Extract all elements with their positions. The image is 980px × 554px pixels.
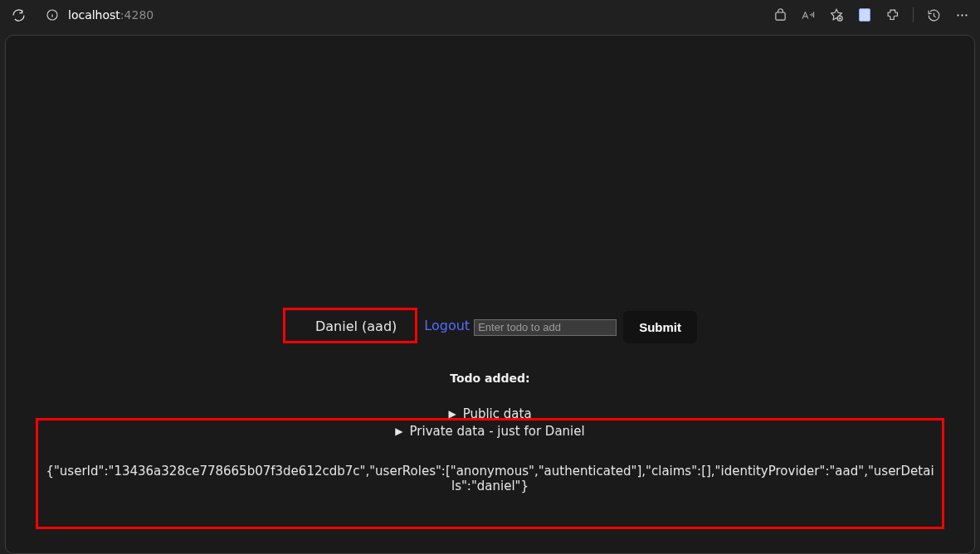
shopping-icon[interactable] [767,2,793,28]
principal-json: {"userId":"13436a328ce778665b07f3de612cd… [45,464,935,493]
site-info-icon[interactable] [43,6,61,24]
todo-input[interactable] [474,319,617,336]
username-display: Daniel (aad) [283,308,417,343]
todo-added-label: Todo added: [6,372,974,385]
submit-button[interactable]: Submit [623,311,697,343]
public-data-toggle[interactable]: ▶ Public data [448,406,531,421]
refresh-button[interactable] [5,2,32,28]
svg-point-8 [961,14,963,16]
history-icon[interactable] [920,2,947,28]
svg-rect-3 [775,12,784,19]
page-viewport: Daniel (aad) Logout Submit Todo added: ▶… [5,35,975,554]
svg-point-9 [965,14,967,16]
url-host: localhost [68,8,120,22]
extensions-icon[interactable] [880,2,906,28]
private-data-toggle[interactable]: ▶ Private data - just for Daniel [395,424,584,439]
url-text: localhost:4280 [68,8,154,22]
toolbar-divider [913,7,914,22]
page-file-icon[interactable] [851,2,878,28]
more-menu-icon[interactable] [948,2,975,28]
chevron-right-icon: ▶ [395,425,402,437]
read-aloud-icon[interactable] [795,2,822,28]
address-bar[interactable]: localhost:4280 [37,2,755,27]
favorite-icon[interactable] [823,2,850,28]
logout-link[interactable]: Logout [424,318,470,333]
private-data-highlight: ▶ Private data - just for Daniel {"userI… [36,418,944,529]
svg-point-7 [957,14,958,16]
chevron-right-icon: ▶ [448,408,456,420]
url-port: :4280 [120,8,154,22]
private-data-label: Private data - just for Daniel [410,424,585,439]
public-data-label: Public data [463,406,532,421]
